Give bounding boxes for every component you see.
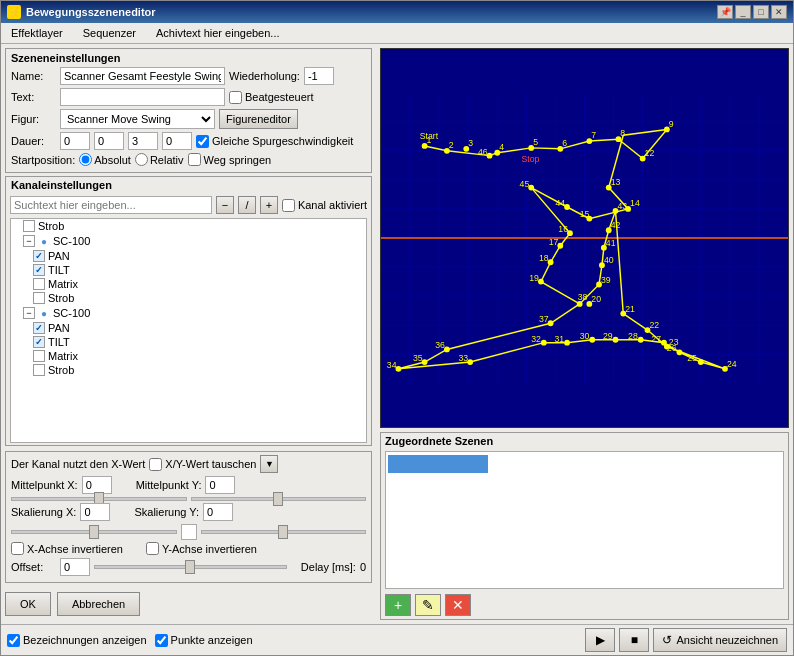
x-achse-inv-label[interactable]: X-Achse invertieren [11,542,123,555]
y-achse-inv-checkbox[interactable] [146,542,159,555]
tree-checkbox-pan1[interactable]: ✓ [33,250,45,262]
dauer-2[interactable] [128,132,158,150]
dauer-1[interactable] [94,132,124,150]
tree-checkbox-strob3[interactable] [33,364,45,376]
maximize-button[interactable]: □ [753,5,769,19]
wiederholung-input[interactable] [304,67,334,85]
gleiche-spur-label[interactable]: Gleiche Spurgeschwindigkeit [196,135,353,148]
startpos-label: Startposition: [11,154,75,166]
relativ-radio-label[interactable]: Relativ [135,153,184,166]
tree-checkbox-strob1[interactable] [23,220,35,232]
bezeichnungen-label[interactable]: Bezeichnungen anzeigen [7,634,147,647]
svg-text:46: 46 [478,147,488,157]
tree-checkbox-tilt1[interactable]: ✓ [33,264,45,276]
zugeordnete-add-btn[interactable]: + [385,594,411,616]
tree-item-strob1[interactable]: Strob [21,219,366,233]
tree-item-matrix1[interactable]: Matrix [31,277,366,291]
svg-text:36: 36 [435,340,445,350]
offset-input[interactable] [60,558,90,576]
skalierung-y-slider[interactable] [201,530,367,534]
absolut-radio[interactable] [79,153,92,166]
svg-text:3: 3 [468,138,473,148]
dauer-0[interactable] [60,132,90,150]
gleiche-spur-checkbox[interactable] [196,135,209,148]
minimize-button[interactable]: _ [735,5,751,19]
tree-item-strob2[interactable]: Strob [31,291,366,305]
play-button[interactable]: ▶ [585,628,615,652]
svg-text:2: 2 [449,140,454,150]
tree-checkbox-tilt2[interactable]: ✓ [33,336,45,348]
svg-text:26: 26 [667,343,677,353]
beatgesteuert-checkbox[interactable] [229,91,242,104]
szene-item[interactable] [388,455,488,473]
weg-springen-checkbox[interactable] [188,153,201,166]
ok-button[interactable]: OK [5,592,51,616]
skalierung-sliders [11,524,366,540]
menu-archiv[interactable]: Achivtext hier eingeben... [150,25,286,41]
svg-text:38: 38 [578,292,588,302]
skalierung-x-input[interactable] [80,503,110,521]
weg-springen-label[interactable]: Weg springen [188,153,272,166]
tree-item-pan2[interactable]: ✓ PAN [31,321,366,335]
figur-select[interactable]: Scanner Move Swing [60,109,215,129]
punkte-checkbox[interactable] [155,634,168,647]
svg-text:25: 25 [687,353,697,363]
tree-item-sc100-2[interactable]: − ● SC-100 [21,305,366,321]
tree-item-tilt2[interactable]: ✓ TILT [31,335,366,349]
x-achse-inv-checkbox[interactable] [11,542,24,555]
xy-tauschen-label[interactable]: X/Y-Wert tauschen [149,458,256,471]
wiederholung-label: Wiederholung: [229,70,300,82]
tree-checkbox-matrix2[interactable] [33,350,45,362]
mittelpunkt-x-slider[interactable] [11,497,187,501]
skalierung-y-input[interactable] [203,503,233,521]
tree-item-tilt1[interactable]: ✓ TILT [31,263,366,277]
punkte-label[interactable]: Punkte anzeigen [155,634,253,647]
mittelpunkt-y-slider[interactable] [191,497,367,501]
kanal-x-section: Der Kanal nutzt den X-Wert X/Y-Wert taus… [5,451,372,583]
figureneditor-button[interactable]: Figureneditor [219,109,298,129]
redraw-button[interactable]: ↺ Ansicht neuzeichnen [653,628,787,652]
name-label: Name: [11,70,56,82]
main-window: ⚡ Bewegungsszeneneditor 📌 _ □ ✕ Effektla… [0,0,794,656]
y-achse-inv-label[interactable]: Y-Achse invertieren [146,542,257,555]
kanal-aktiviert-label[interactable]: Kanal aktiviert [282,199,367,212]
zugeordnete-delete-btn[interactable]: ✕ [445,594,471,616]
close-button[interactable]: ✕ [771,5,787,19]
name-input[interactable] [60,67,225,85]
dauer-label: Dauer: [11,135,56,147]
beatgesteuert-label[interactable]: Beatgesteuert [229,91,314,104]
kanal-minus-btn[interactable]: − [216,196,234,214]
dauer-3[interactable] [162,132,192,150]
kanal-x-dropdown[interactable]: ▼ [260,455,278,473]
bezeichnungen-checkbox[interactable] [7,634,20,647]
tree-expand-sc100-2[interactable]: − [23,307,35,319]
tree-checkbox-strob2[interactable] [33,292,45,304]
text-input[interactable] [60,88,225,106]
xy-tauschen-checkbox[interactable] [149,458,162,471]
menu-effektlayer[interactable]: Effektlayer [5,25,69,41]
startpos-row: Startposition: Absolut Relativ Weg sprin… [11,153,366,166]
tree-item-matrix2[interactable]: Matrix [31,349,366,363]
stop-button[interactable]: ■ [619,628,649,652]
tree-item-strob3[interactable]: Strob [31,363,366,377]
kanal-plus-btn[interactable]: + [260,196,278,214]
abbrechen-button[interactable]: Abbrechen [57,592,140,616]
tree-checkbox-matrix1[interactable] [33,278,45,290]
relativ-radio[interactable] [135,153,148,166]
pin-button[interactable]: 📌 [717,5,733,19]
skalierung-indicator [181,524,197,540]
kanal-aktiviert-checkbox[interactable] [282,199,295,212]
kanal-slash-btn[interactable]: / [238,196,256,214]
tree-checkbox-pan2[interactable]: ✓ [33,322,45,334]
tree-item-sc100-1[interactable]: − ● SC-100 [21,233,366,249]
menu-sequenzer[interactable]: Sequenzer [77,25,142,41]
skalierung-x-slider[interactable] [11,530,177,534]
bottom-bar-right: ▶ ■ ↺ Ansicht neuzeichnen [585,628,787,652]
kanal-search-input[interactable] [10,196,212,214]
tree-expand-sc100-1[interactable]: − [23,235,35,247]
zugeordnete-edit-btn[interactable]: ✎ [415,594,441,616]
absolut-radio-label[interactable]: Absolut [79,153,131,166]
zugeordnete-list[interactable] [385,451,784,589]
tree-item-pan1[interactable]: ✓ PAN [31,249,366,263]
offset-slider[interactable] [94,565,287,569]
